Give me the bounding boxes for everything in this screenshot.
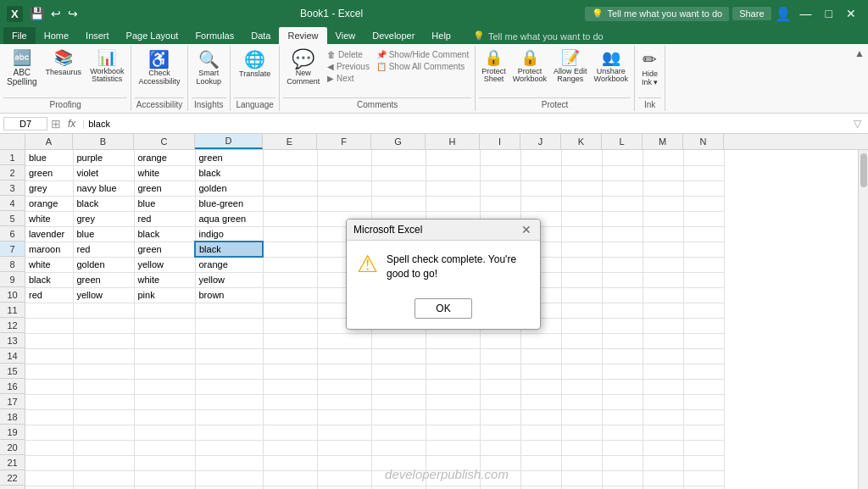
cell-A4[interactable]: orange [25, 196, 73, 211]
cell-G23[interactable] [371, 486, 426, 489]
cell-C7[interactable]: green [134, 242, 195, 257]
cell-D10[interactable]: brown [195, 287, 263, 303]
cell-C10[interactable]: pink [134, 287, 195, 303]
cell-D3[interactable]: golden [195, 181, 263, 196]
row-header-19[interactable]: 19 [0, 425, 25, 440]
cell-I3[interactable] [480, 181, 520, 196]
cell-B19[interactable] [73, 425, 134, 440]
cell-B22[interactable] [73, 470, 134, 486]
cell-H22[interactable] [426, 470, 480, 486]
cell-M10[interactable] [643, 287, 683, 303]
cell-C23[interactable] [134, 486, 195, 489]
cell-J15[interactable] [520, 364, 561, 379]
cell-F13[interactable] [317, 333, 371, 348]
cell-N20[interactable] [683, 440, 724, 455]
share-button[interactable]: Share [732, 7, 771, 20]
cell-M23[interactable] [643, 486, 683, 489]
cell-H13[interactable] [426, 333, 480, 348]
tab-home[interactable]: Home [36, 27, 77, 44]
col-header-j[interactable]: J [520, 134, 561, 149]
cell-A23[interactable] [25, 486, 73, 489]
cell-M9[interactable] [643, 272, 683, 287]
col-header-f[interactable]: F [317, 134, 371, 149]
cell-E11[interactable] [263, 303, 317, 318]
cell-M20[interactable] [643, 440, 683, 455]
cell-I4[interactable] [480, 196, 520, 211]
new-comment-button[interactable]: 💬 NewComment [283, 47, 323, 88]
cell-B13[interactable] [73, 333, 134, 348]
cell-B11[interactable] [73, 303, 134, 318]
cell-G14[interactable] [371, 348, 426, 364]
cell-E19[interactable] [263, 425, 317, 440]
cell-C22[interactable] [134, 470, 195, 486]
cell-M21[interactable] [643, 455, 683, 470]
cell-M5[interactable] [643, 211, 683, 226]
cell-I17[interactable] [480, 394, 520, 409]
cell-G20[interactable] [371, 440, 426, 455]
cell-G16[interactable] [371, 379, 426, 394]
cell-F19[interactable] [317, 425, 371, 440]
cell-B6[interactable]: blue [73, 226, 134, 242]
cell-C5[interactable]: red [134, 211, 195, 226]
cell-L10[interactable] [602, 287, 643, 303]
tab-insert[interactable]: Insert [77, 27, 118, 44]
row-header-18[interactable]: 18 [0, 409, 25, 425]
cell-C11[interactable] [134, 303, 195, 318]
cell-K15[interactable] [561, 364, 602, 379]
cell-F2[interactable] [317, 165, 371, 181]
cell-C15[interactable] [134, 364, 195, 379]
minimize-button[interactable]: — [795, 7, 817, 20]
cell-E12[interactable] [263, 318, 317, 333]
cell-A19[interactable] [25, 425, 73, 440]
col-header-n[interactable]: N [683, 134, 724, 149]
cell-D5[interactable]: aqua green [195, 211, 263, 226]
cell-N19[interactable] [683, 425, 724, 440]
cell-L15[interactable] [602, 364, 643, 379]
tab-developer[interactable]: Developer [364, 27, 423, 44]
cell-E2[interactable] [263, 165, 317, 181]
cell-G15[interactable] [371, 364, 426, 379]
row-header-22[interactable]: 22 [0, 470, 25, 486]
cell-G2[interactable] [371, 165, 426, 181]
cell-E20[interactable] [263, 440, 317, 455]
cell-M22[interactable] [643, 470, 683, 486]
cell-K12[interactable] [561, 318, 602, 333]
cell-D15[interactable] [195, 364, 263, 379]
cell-M3[interactable] [643, 181, 683, 196]
cell-F1[interactable] [317, 150, 371, 165]
col-header-d[interactable]: D [195, 134, 263, 149]
cell-A16[interactable] [25, 379, 73, 394]
cell-E13[interactable] [263, 333, 317, 348]
cell-H18[interactable] [426, 409, 480, 425]
cell-E16[interactable] [263, 379, 317, 394]
cell-L18[interactable] [602, 409, 643, 425]
cell-J13[interactable] [520, 333, 561, 348]
translate-button[interactable]: 🌐 Translate [234, 47, 275, 80]
cell-J1[interactable] [520, 150, 561, 165]
workbook-stats-button[interactable]: 📊 WorkbookStatistics [86, 47, 127, 86]
cell-A2[interactable]: green [25, 165, 73, 181]
cell-L9[interactable] [602, 272, 643, 287]
cell-L20[interactable] [602, 440, 643, 455]
cell-L12[interactable] [602, 318, 643, 333]
col-header-h[interactable]: H [426, 134, 480, 149]
next-comment-button[interactable]: ▶ Next [325, 73, 372, 84]
cell-A6[interactable]: lavender [25, 226, 73, 242]
cell-B4[interactable]: black [73, 196, 134, 211]
cell-A20[interactable] [25, 440, 73, 455]
cell-B14[interactable] [73, 348, 134, 364]
cell-B9[interactable]: green [73, 272, 134, 287]
cell-K14[interactable] [561, 348, 602, 364]
cell-D9[interactable]: yellow [195, 272, 263, 287]
cell-F16[interactable] [317, 379, 371, 394]
dialog-ok-button[interactable]: OK [415, 298, 471, 319]
protect-sheet-button[interactable]: 🔒 ProtectSheet [479, 47, 509, 86]
row-header-21[interactable]: 21 [0, 455, 25, 470]
cell-D1[interactable]: green [195, 150, 263, 165]
cell-D11[interactable] [195, 303, 263, 318]
cell-C18[interactable] [134, 409, 195, 425]
cell-J19[interactable] [520, 425, 561, 440]
tell-me-bar[interactable]: 💡 Tell me what you want to do [585, 7, 729, 21]
tab-data[interactable]: Data [242, 27, 279, 44]
cell-M16[interactable] [643, 379, 683, 394]
